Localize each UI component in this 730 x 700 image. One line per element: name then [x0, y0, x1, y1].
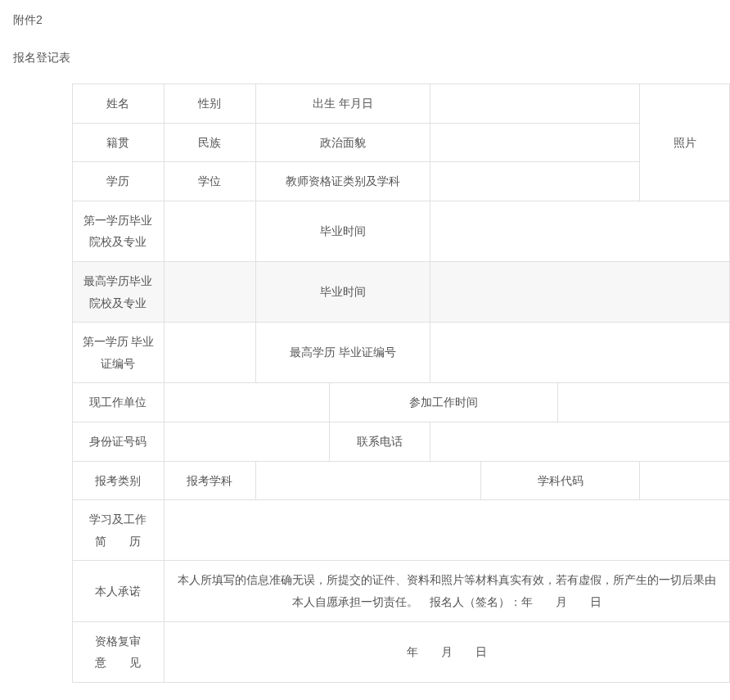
label-work-start: 参加工作时间: [329, 383, 558, 422]
field-teacher-cert-value: [430, 162, 640, 201]
table-row: 本人承诺 本人所填写的信息准确无误，所提交的证件、资料和照片等材料真实有效，若有…: [73, 561, 730, 621]
registration-table: 姓名 性别 出生 年月日 照片 籍贯 民族 政治面貌 学历 学位 教师资格证类别…: [72, 84, 730, 683]
label-review-opinion: 资格复审意 见: [73, 621, 164, 682]
label-subject-code: 学科代码: [481, 461, 640, 500]
label-name: 姓名: [73, 84, 164, 124]
label-degree: 学位: [164, 162, 255, 201]
field-highest-cert-value: [430, 323, 730, 383]
table-row: 学历 学位 教师资格证类别及学科: [73, 162, 730, 201]
label-id-number: 身份证号码: [73, 422, 164, 461]
label-photo: 照片: [640, 84, 730, 201]
label-commitment: 本人承诺: [73, 561, 164, 621]
commitment-text: 本人所填写的信息准确无误，所提交的证件、资料和照片等材料真实有效，若有虚假，所产…: [164, 561, 729, 621]
label-highest-cert-no: 最高学历 毕业证编号: [255, 323, 430, 383]
label-grad-time-1: 毕业时间: [255, 201, 430, 261]
attachment-label: 附件2: [13, 13, 717, 28]
form-title: 报名登记表: [13, 51, 717, 65]
field-grad-time-1-value: [430, 201, 730, 261]
review-date-text: 年 月 日: [164, 621, 729, 682]
label-ethnicity: 民族: [164, 123, 255, 162]
field-first-cert-value: [164, 323, 255, 383]
label-first-cert-no: 第一学历 毕业证编号: [73, 323, 164, 383]
field-first-edu-value: [164, 201, 255, 261]
label-birth: 出生 年月日: [255, 84, 430, 124]
field-work-start-value: [558, 383, 730, 422]
label-phone: 联系电话: [329, 422, 430, 461]
field-exam-subject-value: [255, 461, 481, 500]
field-phone-value: [430, 422, 730, 461]
table-row: 报考类别 报考学科 学科代码: [73, 461, 730, 500]
label-native-place: 籍贯: [73, 123, 164, 162]
table-row: 最高学历毕业院校及专业 毕业时间: [73, 261, 730, 322]
table-row: 学习及工作简 历: [73, 500, 730, 561]
table-row: 身份证号码 联系电话: [73, 422, 730, 461]
table-row: 籍贯 民族 政治面貌: [73, 123, 730, 162]
table-row: 第一学历毕业院校及专业 毕业时间: [73, 201, 730, 261]
label-exam-category: 报考类别: [73, 461, 164, 500]
table-row: 第一学历 毕业证编号 最高学历 毕业证编号: [73, 323, 730, 383]
label-gender: 性别: [164, 84, 255, 124]
label-political-status: 政治面貌: [255, 123, 430, 162]
label-current-employer: 现工作单位: [73, 383, 164, 422]
label-grad-time-2: 毕业时间: [255, 261, 430, 322]
label-highest-edu-school: 最高学历毕业院校及专业: [73, 261, 164, 322]
registration-table-container: 姓名 性别 出生 年月日 照片 籍贯 民族 政治面貌 学历 学位 教师资格证类别…: [72, 84, 730, 683]
label-exam-subject: 报考学科: [164, 461, 255, 500]
label-teacher-cert: 教师资格证类别及学科: [255, 162, 430, 201]
table-row: 资格复审意 见 年 月 日: [73, 621, 730, 682]
field-highest-edu-value: [164, 261, 255, 322]
field-political-value: [430, 123, 640, 162]
field-subject-code-value: [640, 461, 730, 500]
table-row: 姓名 性别 出生 年月日 照片: [73, 84, 730, 124]
table-row: 现工作单位 参加工作时间: [73, 383, 730, 422]
field-grad-time-2-value: [430, 261, 730, 322]
label-education: 学历: [73, 162, 164, 201]
field-birth-value: [430, 84, 640, 124]
field-id-value: [164, 422, 329, 461]
field-resume-value: [164, 500, 729, 561]
field-employer-value: [164, 383, 329, 422]
label-resume: 学习及工作简 历: [73, 500, 164, 561]
label-first-edu-school: 第一学历毕业院校及专业: [73, 201, 164, 261]
